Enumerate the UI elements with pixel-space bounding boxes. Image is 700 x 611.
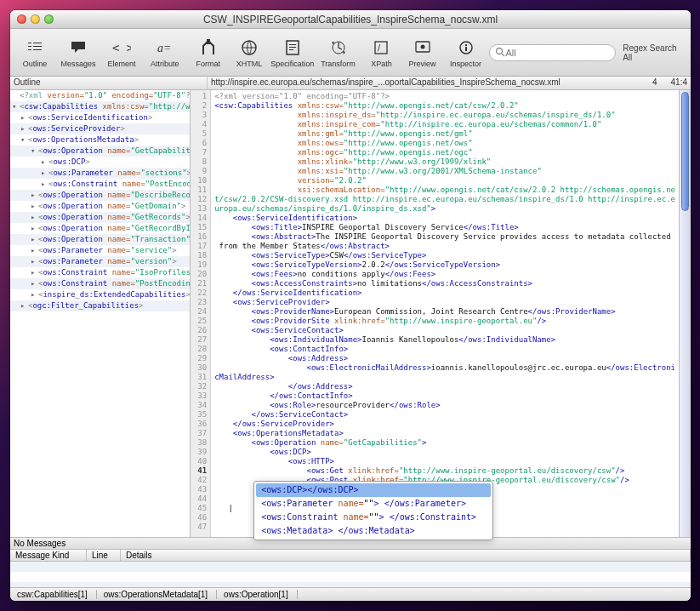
outline-item[interactable]: ▸<ows:ServiceProvider> <box>10 123 190 134</box>
toolbar-specification-button[interactable]: Specification <box>270 32 315 73</box>
disclosure-triangle-icon[interactable]: ▸ <box>41 179 48 190</box>
toolbar-attribute-button[interactable]: a=Attribute <box>143 32 187 73</box>
outline-item[interactable]: ▸<ows:ServiceIdentification> <box>10 112 190 123</box>
outline-item[interactable]: ▸<ows:Parameter name="service"> <box>10 245 190 256</box>
disclosure-triangle-icon[interactable]: ▸ <box>31 201 38 212</box>
toolbar-inspector-button[interactable]: Inspector <box>444 32 488 73</box>
breadcrumb-bar[interactable]: csw:Capabilities[1]ows:OperationsMetadat… <box>10 587 691 601</box>
outline-item[interactable]: ▾<ows:OperationsMetadata> <box>10 134 190 146</box>
disclosure-triangle-icon[interactable]: ▸ <box>31 223 38 234</box>
outline-item[interactable]: ▾<csw:Capabilities xmlns:csw="http://www… <box>10 101 190 112</box>
svg-rect-12 <box>289 47 296 48</box>
toolbar-preview-button[interactable]: Preview <box>403 32 442 73</box>
disclosure-triangle-icon[interactable]: ▸ <box>31 256 38 267</box>
disclosure-triangle-icon[interactable]: ▸ <box>41 168 48 179</box>
disclosure-triangle-icon[interactable]: ▸ <box>31 245 38 256</box>
outline-tree[interactable]: <?xml version="1.0" encoding="UTF-8"?>▾<… <box>10 90 191 537</box>
code-editor[interactable]: 1234567891011121314151617181920212223242… <box>191 90 691 537</box>
outline-item[interactable]: ▸<ows:Operation name="GetRecords"> <box>10 212 190 223</box>
outline-item[interactable]: ▸<ows:Constraint name="PostEncoding"> <box>10 278 190 289</box>
title-bar: CSW_INSPIREGeoportalCapabilities_Inspire… <box>10 10 691 29</box>
breadcrumb-item[interactable]: ows:Operation[1] <box>217 590 298 599</box>
spec-icon <box>285 37 300 59</box>
outline-item[interactable]: ▾<ows:Operation name="GetCapabilities"> <box>10 146 190 157</box>
minimize-button[interactable] <box>31 14 40 24</box>
cursor-position: 41:4 <box>671 77 687 87</box>
outline-item[interactable]: ▸<ows:Operation name="GetDomain"> <box>10 201 190 212</box>
scrollbar-thumb[interactable] <box>681 92 689 211</box>
completion-item[interactable]: <ows:Constraint name=""> </ows:Constrain… <box>256 511 491 524</box>
outline-header: Outline <box>10 77 208 89</box>
completion-popup[interactable]: <ows:DCP></ows:DCP><ows:Parameter name="… <box>253 481 493 540</box>
messages-columns: Message KindLineDetails <box>10 550 691 562</box>
toolbar: OutlineMessages< >Elementa=AttributeForm… <box>10 29 691 77</box>
toolbar-messages-button[interactable]: Messages <box>56 32 100 73</box>
outline-item[interactable]: ▸<ows:Operation name="Transaction"> <box>10 234 190 245</box>
column-indicator: 4 <box>652 77 657 87</box>
messages-icon <box>70 37 87 59</box>
disclosure-triangle-icon[interactable]: ▸ <box>31 234 38 245</box>
toolbar-outline-button[interactable]: Outline <box>15 32 54 73</box>
completion-item[interactable]: <ows:Parameter name=""> </ows:Parameter> <box>256 497 491 511</box>
completion-item[interactable]: <ows:DCP></ows:DCP> <box>256 483 491 497</box>
disclosure-triangle-icon[interactable]: ▸ <box>20 300 28 311</box>
svg-point-18 <box>420 45 424 49</box>
outline-item[interactable]: ▸<ows:Operation name="DescribeRecord"> <box>10 190 190 201</box>
completion-item[interactable]: <ows:Metadata> </ows:Metadata> <box>256 524 491 538</box>
line-number-gutter: 1234567891011121314151617181920212223242… <box>191 90 211 537</box>
disclosure-triangle-icon[interactable]: ▸ <box>41 157 48 168</box>
column-header[interactable]: Message Kind <box>10 550 87 561</box>
svg-rect-20 <box>465 44 467 46</box>
outline-item[interactable]: ▸<inspire_ds:ExtendedCapabilities> <box>10 289 190 300</box>
svg-text:/: / <box>378 43 381 53</box>
vertical-scrollbar[interactable] <box>679 90 691 537</box>
toolbar-xpath-button[interactable]: /XPath <box>361 32 401 73</box>
svg-text:a=: a= <box>157 42 171 54</box>
toolbar-format-button[interactable]: Format <box>189 32 228 73</box>
disclosure-triangle-icon[interactable]: ▾ <box>20 134 28 146</box>
disclosure-triangle-icon[interactable]: ▾ <box>12 101 20 112</box>
search-input[interactable] <box>505 48 610 58</box>
disclosure-triangle-icon[interactable]: ▸ <box>31 267 38 278</box>
outline-item[interactable]: ▸<ows:Constraint name="PostEncod... <box>10 179 190 190</box>
close-button[interactable] <box>17 14 26 24</box>
messages-panel: No Messages Message KindLineDetails <box>10 538 691 587</box>
breadcrumb-item[interactable]: ows:OperationsMetadata[1] <box>97 590 217 599</box>
svg-rect-0 <box>28 43 31 43</box>
xpath-icon: / <box>373 37 390 59</box>
code-content[interactable]: <?xml version="1.0" encoding="UTF-8"?><c… <box>211 90 679 537</box>
disclosure-triangle-icon[interactable]: ▸ <box>31 212 38 223</box>
svg-rect-3 <box>33 43 42 43</box>
svg-rect-8 <box>207 39 210 44</box>
outline-item[interactable]: ▸<ogc:Filter_Capabilities> <box>10 300 190 311</box>
search-mode-label[interactable]: Regex Search All <box>623 43 686 62</box>
toolbar-element-button[interactable]: < >Element <box>102 32 141 73</box>
breadcrumb-item[interactable]: csw:Capabilities[1] <box>10 590 97 599</box>
outline-item[interactable]: ▸<ows:Operation name="GetRecordById"> <box>10 223 190 234</box>
outline-item[interactable]: ▸<ows:DCP> <box>10 157 190 168</box>
svg-rect-13 <box>289 49 293 50</box>
disclosure-triangle-icon[interactable]: ▸ <box>20 123 28 134</box>
attribute-icon: a= <box>156 37 174 59</box>
disclosure-triangle-icon[interactable]: ▾ <box>31 146 38 157</box>
outline-item[interactable]: <?xml version="1.0" encoding="UTF-8"?> <box>10 90 190 101</box>
element-icon: < > <box>112 37 131 59</box>
svg-rect-11 <box>289 44 296 45</box>
svg-rect-1 <box>28 46 31 47</box>
outline-item[interactable]: ▸<ows:Parameter name="sections"> <box>10 168 190 179</box>
column-header[interactable]: Line <box>87 550 121 561</box>
disclosure-triangle-icon[interactable]: ▸ <box>31 289 38 300</box>
outline-icon <box>27 37 43 59</box>
zoom-button[interactable] <box>44 14 54 24</box>
disclosure-triangle-icon[interactable]: ▸ <box>31 190 38 201</box>
search-field[interactable] <box>489 44 616 61</box>
outline-item[interactable]: ▸<ows:Constraint name="IsoProfiles"> <box>10 267 190 278</box>
toolbar-transform-button[interactable]: Transform <box>316 32 361 73</box>
disclosure-triangle-icon[interactable]: ▸ <box>20 112 28 123</box>
disclosure-triangle-icon[interactable]: ▸ <box>31 278 38 289</box>
toolbar-xhtml-button[interactable]: XHTML <box>230 32 269 73</box>
search-icon <box>495 47 505 59</box>
outline-item[interactable]: ▸<ows:Parameter name="version"> <box>10 256 190 267</box>
transform-icon <box>330 37 347 59</box>
column-header[interactable]: Details <box>121 550 691 561</box>
